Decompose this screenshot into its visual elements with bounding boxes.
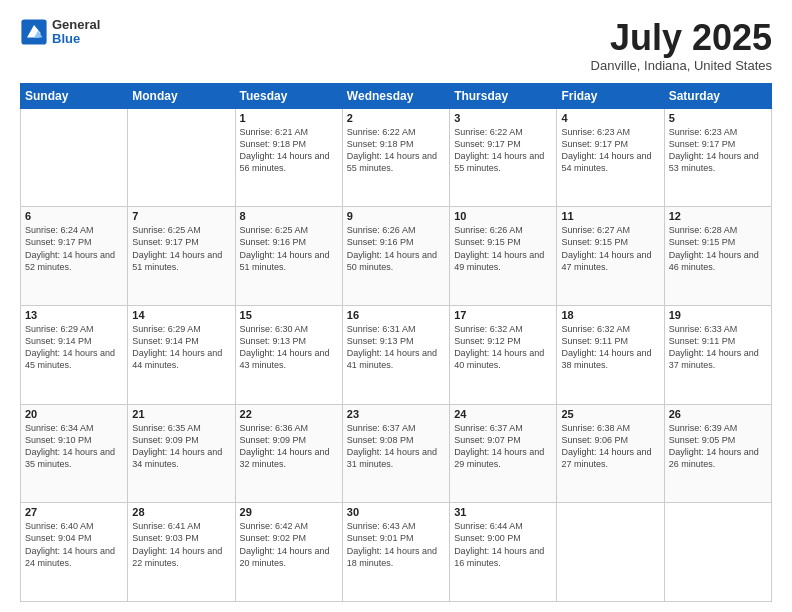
day-info: Sunrise: 6:26 AMSunset: 9:16 PMDaylight:…: [347, 224, 445, 273]
calendar-cell: 4Sunrise: 6:23 AMSunset: 9:17 PMDaylight…: [557, 108, 664, 207]
day-number: 29: [240, 506, 338, 518]
calendar-cell: 30Sunrise: 6:43 AMSunset: 9:01 PMDayligh…: [342, 503, 449, 602]
day-of-week-header: Sunday: [21, 83, 128, 108]
day-info: Sunrise: 6:40 AMSunset: 9:04 PMDaylight:…: [25, 520, 123, 569]
day-info: Sunrise: 6:22 AMSunset: 9:17 PMDaylight:…: [454, 126, 552, 175]
calendar-cell: 2Sunrise: 6:22 AMSunset: 9:18 PMDaylight…: [342, 108, 449, 207]
day-of-week-header: Monday: [128, 83, 235, 108]
day-info: Sunrise: 6:22 AMSunset: 9:18 PMDaylight:…: [347, 126, 445, 175]
day-info: Sunrise: 6:36 AMSunset: 9:09 PMDaylight:…: [240, 422, 338, 471]
day-number: 31: [454, 506, 552, 518]
day-info: Sunrise: 6:23 AMSunset: 9:17 PMDaylight:…: [669, 126, 767, 175]
day-number: 25: [561, 408, 659, 420]
day-info: Sunrise: 6:34 AMSunset: 9:10 PMDaylight:…: [25, 422, 123, 471]
calendar-cell: [128, 108, 235, 207]
day-number: 17: [454, 309, 552, 321]
day-number: 15: [240, 309, 338, 321]
day-number: 9: [347, 210, 445, 222]
calendar-cell: 11Sunrise: 6:27 AMSunset: 9:15 PMDayligh…: [557, 207, 664, 306]
day-number: 13: [25, 309, 123, 321]
logo-icon: [20, 18, 48, 46]
day-info: Sunrise: 6:35 AMSunset: 9:09 PMDaylight:…: [132, 422, 230, 471]
logo-text: General Blue: [52, 18, 100, 47]
day-info: Sunrise: 6:21 AMSunset: 9:18 PMDaylight:…: [240, 126, 338, 175]
day-number: 8: [240, 210, 338, 222]
day-number: 24: [454, 408, 552, 420]
day-number: 7: [132, 210, 230, 222]
day-number: 23: [347, 408, 445, 420]
calendar-week-row: 1Sunrise: 6:21 AMSunset: 9:18 PMDaylight…: [21, 108, 772, 207]
calendar-cell: 23Sunrise: 6:37 AMSunset: 9:08 PMDayligh…: [342, 404, 449, 503]
day-number: 18: [561, 309, 659, 321]
day-number: 27: [25, 506, 123, 518]
calendar-cell: 16Sunrise: 6:31 AMSunset: 9:13 PMDayligh…: [342, 305, 449, 404]
calendar-week-row: 27Sunrise: 6:40 AMSunset: 9:04 PMDayligh…: [21, 503, 772, 602]
calendar-cell: 1Sunrise: 6:21 AMSunset: 9:18 PMDaylight…: [235, 108, 342, 207]
page: General Blue July 2025 Danville, Indiana…: [0, 0, 792, 612]
day-info: Sunrise: 6:41 AMSunset: 9:03 PMDaylight:…: [132, 520, 230, 569]
day-info: Sunrise: 6:39 AMSunset: 9:05 PMDaylight:…: [669, 422, 767, 471]
calendar-cell: 18Sunrise: 6:32 AMSunset: 9:11 PMDayligh…: [557, 305, 664, 404]
day-info: Sunrise: 6:31 AMSunset: 9:13 PMDaylight:…: [347, 323, 445, 372]
day-info: Sunrise: 6:32 AMSunset: 9:11 PMDaylight:…: [561, 323, 659, 372]
calendar-cell: 31Sunrise: 6:44 AMSunset: 9:00 PMDayligh…: [450, 503, 557, 602]
day-info: Sunrise: 6:37 AMSunset: 9:08 PMDaylight:…: [347, 422, 445, 471]
day-info: Sunrise: 6:43 AMSunset: 9:01 PMDaylight:…: [347, 520, 445, 569]
day-number: 5: [669, 112, 767, 124]
calendar-cell: 8Sunrise: 6:25 AMSunset: 9:16 PMDaylight…: [235, 207, 342, 306]
logo-general-text: General: [52, 18, 100, 32]
day-info: Sunrise: 6:44 AMSunset: 9:00 PMDaylight:…: [454, 520, 552, 569]
day-info: Sunrise: 6:32 AMSunset: 9:12 PMDaylight:…: [454, 323, 552, 372]
day-number: 3: [454, 112, 552, 124]
day-info: Sunrise: 6:42 AMSunset: 9:02 PMDaylight:…: [240, 520, 338, 569]
title-block: July 2025 Danville, Indiana, United Stat…: [591, 18, 772, 73]
calendar-cell: 21Sunrise: 6:35 AMSunset: 9:09 PMDayligh…: [128, 404, 235, 503]
calendar-cell: 20Sunrise: 6:34 AMSunset: 9:10 PMDayligh…: [21, 404, 128, 503]
calendar-cell: 3Sunrise: 6:22 AMSunset: 9:17 PMDaylight…: [450, 108, 557, 207]
day-info: Sunrise: 6:25 AMSunset: 9:17 PMDaylight:…: [132, 224, 230, 273]
day-info: Sunrise: 6:28 AMSunset: 9:15 PMDaylight:…: [669, 224, 767, 273]
calendar-cell: 10Sunrise: 6:26 AMSunset: 9:15 PMDayligh…: [450, 207, 557, 306]
calendar-cell: [21, 108, 128, 207]
calendar-week-row: 20Sunrise: 6:34 AMSunset: 9:10 PMDayligh…: [21, 404, 772, 503]
day-number: 4: [561, 112, 659, 124]
day-of-week-header: Wednesday: [342, 83, 449, 108]
day-info: Sunrise: 6:24 AMSunset: 9:17 PMDaylight:…: [25, 224, 123, 273]
logo-blue-text: Blue: [52, 32, 100, 46]
day-info: Sunrise: 6:25 AMSunset: 9:16 PMDaylight:…: [240, 224, 338, 273]
day-number: 30: [347, 506, 445, 518]
calendar-cell: 19Sunrise: 6:33 AMSunset: 9:11 PMDayligh…: [664, 305, 771, 404]
day-number: 6: [25, 210, 123, 222]
calendar-cell: 17Sunrise: 6:32 AMSunset: 9:12 PMDayligh…: [450, 305, 557, 404]
day-info: Sunrise: 6:37 AMSunset: 9:07 PMDaylight:…: [454, 422, 552, 471]
calendar-cell: 22Sunrise: 6:36 AMSunset: 9:09 PMDayligh…: [235, 404, 342, 503]
calendar-cell: 26Sunrise: 6:39 AMSunset: 9:05 PMDayligh…: [664, 404, 771, 503]
calendar-week-row: 13Sunrise: 6:29 AMSunset: 9:14 PMDayligh…: [21, 305, 772, 404]
day-info: Sunrise: 6:29 AMSunset: 9:14 PMDaylight:…: [132, 323, 230, 372]
day-number: 26: [669, 408, 767, 420]
calendar-cell: 25Sunrise: 6:38 AMSunset: 9:06 PMDayligh…: [557, 404, 664, 503]
month-title: July 2025: [591, 18, 772, 58]
calendar-cell: 7Sunrise: 6:25 AMSunset: 9:17 PMDaylight…: [128, 207, 235, 306]
day-of-week-header: Friday: [557, 83, 664, 108]
day-info: Sunrise: 6:26 AMSunset: 9:15 PMDaylight:…: [454, 224, 552, 273]
calendar-cell: 28Sunrise: 6:41 AMSunset: 9:03 PMDayligh…: [128, 503, 235, 602]
calendar-cell: 5Sunrise: 6:23 AMSunset: 9:17 PMDaylight…: [664, 108, 771, 207]
day-number: 2: [347, 112, 445, 124]
calendar-cell: [664, 503, 771, 602]
calendar-week-row: 6Sunrise: 6:24 AMSunset: 9:17 PMDaylight…: [21, 207, 772, 306]
calendar-cell: 13Sunrise: 6:29 AMSunset: 9:14 PMDayligh…: [21, 305, 128, 404]
day-number: 20: [25, 408, 123, 420]
day-of-week-header: Saturday: [664, 83, 771, 108]
calendar-cell: [557, 503, 664, 602]
calendar-cell: 9Sunrise: 6:26 AMSunset: 9:16 PMDaylight…: [342, 207, 449, 306]
day-number: 12: [669, 210, 767, 222]
day-info: Sunrise: 6:33 AMSunset: 9:11 PMDaylight:…: [669, 323, 767, 372]
day-of-week-header: Thursday: [450, 83, 557, 108]
day-number: 22: [240, 408, 338, 420]
calendar-cell: 6Sunrise: 6:24 AMSunset: 9:17 PMDaylight…: [21, 207, 128, 306]
day-number: 21: [132, 408, 230, 420]
day-number: 28: [132, 506, 230, 518]
calendar-cell: 12Sunrise: 6:28 AMSunset: 9:15 PMDayligh…: [664, 207, 771, 306]
day-number: 19: [669, 309, 767, 321]
